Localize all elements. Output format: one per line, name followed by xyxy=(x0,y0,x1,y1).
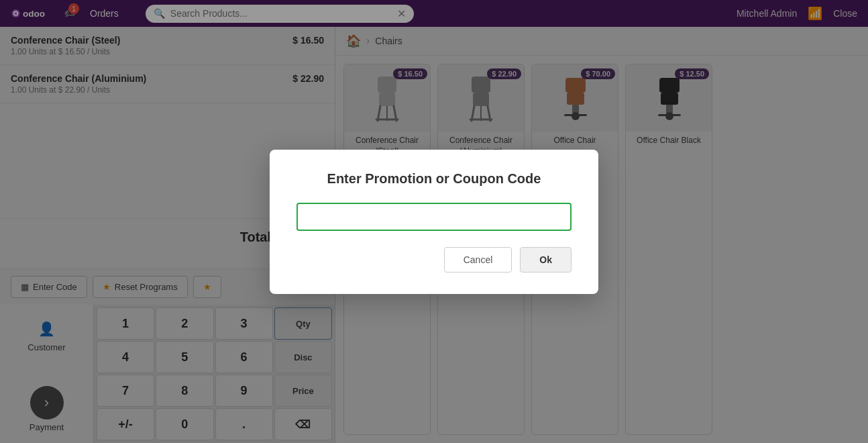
modal-title: Enter Promotion or Coupon Code xyxy=(296,171,572,187)
modal-box: Enter Promotion or Coupon Code Cancel Ok xyxy=(270,150,598,294)
coupon-code-input[interactable] xyxy=(296,203,572,231)
ok-button[interactable]: Ok xyxy=(520,247,572,273)
modal-overlay: Enter Promotion or Coupon Code Cancel Ok xyxy=(0,0,868,443)
cancel-button[interactable]: Cancel xyxy=(444,247,512,273)
modal-buttons: Cancel Ok xyxy=(296,247,572,273)
